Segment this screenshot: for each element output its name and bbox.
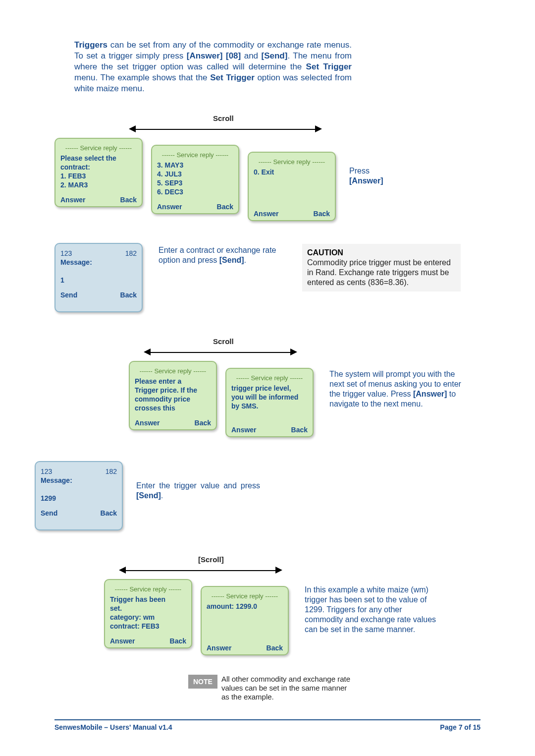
caution-box: CAUTION Commodity price trigger must be … <box>302 244 461 291</box>
service-reply-hdr: ------ Service reply ------ <box>60 144 137 153</box>
back-softkey[interactable]: Back <box>120 291 137 299</box>
service-reply-hdr: ------ Service reply ------ <box>157 151 233 160</box>
phone-box-message-2: 123 182 Message: 1299 Send Back <box>35 461 123 530</box>
service-reply-hdr: ------ Service reply ------ <box>231 374 308 383</box>
send-softkey[interactable]: Send <box>41 509 57 518</box>
service-reply-hdr: ------ Service reply ------ <box>110 585 186 594</box>
send-softkey[interactable]: Send <box>60 291 77 299</box>
caution-text: Commodity price trigger must be entered … <box>307 258 451 287</box>
scroll-label-3: [Scroll] <box>198 555 224 564</box>
line: contract: <box>60 163 90 171</box>
service-reply-hdr: ------ Service reply ------ <box>135 367 211 376</box>
scroll-arrow-1 <box>129 125 322 134</box>
message-label: Message: <box>60 258 92 266</box>
instruction-text: Enter the trigger value and press <box>136 481 260 490</box>
line: set. <box>110 604 122 612</box>
line: Trigger price. If the <box>135 386 197 394</box>
back-softkey[interactable]: Back <box>217 202 233 211</box>
back-softkey[interactable]: Back <box>267 643 283 652</box>
line: commodity price <box>135 395 190 403</box>
line: Please select the <box>60 154 116 162</box>
answer-softkey[interactable]: Answer <box>135 418 160 427</box>
note-label: NOTE <box>188 675 217 689</box>
press-text: Press <box>349 167 370 175</box>
line: 0. Exit <box>254 168 274 176</box>
line: crosses this <box>135 404 175 412</box>
phone-box-contract-select-2: ------ Service reply ------ 3. MAY3 4. J… <box>151 145 239 214</box>
footer-left: SenwesMobile – Users' Manual v1.4 <box>54 723 172 731</box>
message-value: 1299 <box>41 494 56 502</box>
line: Please enter a <box>135 377 181 385</box>
footer-right: Page 7 of 15 <box>440 723 481 731</box>
back-softkey[interactable]: Back <box>101 509 117 518</box>
back-softkey[interactable]: Back <box>170 637 186 645</box>
phone-box-contract-select: ------ Service reply ------ Please selec… <box>54 138 143 207</box>
answer-softkey[interactable]: Answer <box>110 637 135 645</box>
answer-softkey[interactable]: Answer <box>254 209 279 218</box>
line: 2. MAR3 <box>60 181 88 189</box>
intro-t3: menu. The example shows that the <box>74 73 210 82</box>
answer-softkey[interactable]: Answer <box>231 425 257 434</box>
scroll-label-1: Scroll <box>213 114 234 122</box>
line: 6. DEC3 <box>157 188 183 196</box>
intro-send: [Send] <box>262 51 288 60</box>
press-answer: [Answer] <box>349 176 383 185</box>
intro-and: and <box>241 51 261 60</box>
back-softkey[interactable]: Back <box>291 425 308 434</box>
line: contract: FEB3 <box>110 622 160 630</box>
back-softkey[interactable]: Back <box>120 195 137 204</box>
line: 3. MAY3 <box>157 161 183 169</box>
phone-box-exit: ------ Service reply ------ 0. Exit Answ… <box>248 152 336 221</box>
answer-softkey[interactable]: Answer <box>157 202 182 211</box>
service-reply-hdr: ------ Service reply ------ <box>207 592 283 601</box>
instruction-send: [Send] <box>219 256 244 264</box>
phone-box-trigger-prompt-2: ------ Service reply ------ trigger pric… <box>225 368 314 437</box>
indicator-182: 182 <box>106 467 117 476</box>
phone-box-trigger-set-1: ------ Service reply ------ Trigger has … <box>104 579 192 648</box>
intro-settrigger: Set Trigger <box>306 62 352 71</box>
indicator-182: 182 <box>125 249 137 258</box>
answer-softkey[interactable]: Answer <box>207 643 232 652</box>
note-block: NOTE All other commodity and exchange ra… <box>188 675 355 701</box>
phone-box-trigger-set-2: ------ Service reply ------ amount: 1299… <box>201 586 289 655</box>
note-text: All other commodity and exchange rate va… <box>221 675 355 701</box>
back-softkey[interactable]: Back <box>195 418 211 427</box>
scroll-label-2: Scroll <box>213 337 234 346</box>
message-label: Message: <box>41 476 72 484</box>
line: 5. SEP3 <box>157 179 182 187</box>
line: by SMS. <box>231 402 258 410</box>
line: 4. JUL3 <box>157 170 182 178</box>
indicator-123: 123 <box>60 249 72 258</box>
indicator-123: 123 <box>41 467 52 476</box>
line: trigger price level, <box>231 384 291 392</box>
message-value: 1 <box>60 276 64 284</box>
service-reply-hdr: ------ Service reply ------ <box>254 158 330 167</box>
line: Trigger has been <box>110 595 165 603</box>
instruction-dot: . <box>161 491 163 500</box>
back-softkey[interactable]: Back <box>314 209 330 218</box>
intro-triggers: Triggers <box>74 40 107 50</box>
page-footer: SenwesMobile – Users' Manual v1.4 Page 7… <box>54 719 481 731</box>
instruction-dot: . <box>244 256 246 264</box>
caution-heading: CAUTION <box>307 248 343 257</box>
line: category: wm <box>110 613 155 621</box>
intro-answer08: [Answer] [08] <box>187 51 241 60</box>
scroll-arrow-2 <box>144 348 297 357</box>
instruction-send: [Send] <box>136 491 161 500</box>
line: 1. FEB3 <box>60 172 86 180</box>
side-answer: [Answer] <box>413 390 447 398</box>
line: you will be informed <box>231 393 298 401</box>
phone-box-message-1: 123 182 Message: 1 Send Back <box>54 243 143 312</box>
phone-box-trigger-prompt-1: ------ Service reply ------ Please enter… <box>129 361 217 430</box>
instruction-text: Enter a contract or exchange rate option… <box>159 246 276 264</box>
answer-softkey[interactable]: Answer <box>60 195 86 204</box>
scroll-arrow-3 <box>119 566 282 575</box>
intro-paragraph: Triggers can be set from any of the comm… <box>74 40 352 94</box>
side-text: In this example a white maize (wm) trigg… <box>305 585 436 634</box>
line: amount: 1299.0 <box>207 602 257 610</box>
intro-settrigger2: Set Trigger <box>210 73 255 82</box>
